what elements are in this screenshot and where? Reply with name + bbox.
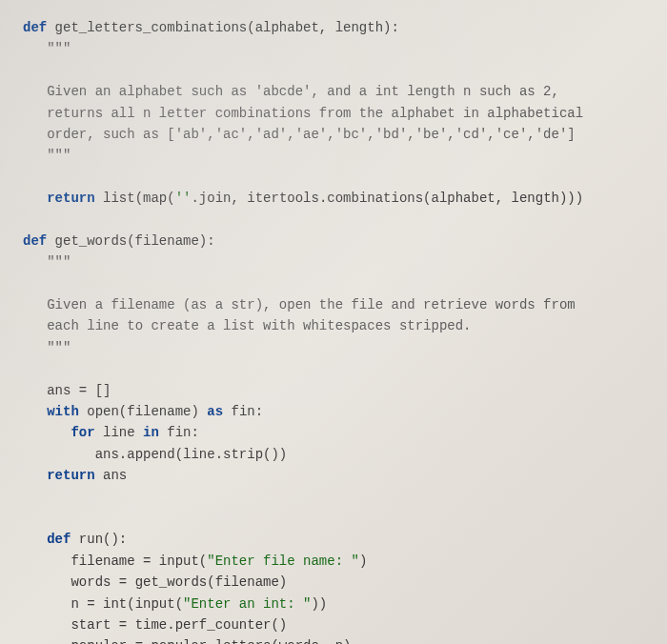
- code-block: def get_letters_combinations(alphabet, l…: [23, 17, 644, 644]
- code-token: '': [175, 191, 192, 206]
- code-line: filename = input("Enter file name: "): [23, 551, 644, 572]
- code-line: order, such as ['ab','ac','ad','ae','bc'…: [23, 124, 644, 145]
- code-line: """: [23, 252, 644, 272]
- code-token: filename = input(: [71, 553, 207, 569]
- code-token: as: [207, 404, 231, 419]
- code-line: ans = []: [23, 380, 644, 401]
- code-token: fin:: [231, 404, 263, 419]
- code-line: def run():: [23, 529, 644, 550]
- code-token: run():: [79, 532, 127, 547]
- code-line: [23, 210, 644, 231]
- code-line: Given a filename (as a str), open the fi…: [23, 294, 644, 315]
- code-line: """: [23, 337, 644, 358]
- code-token: get_letters_combinations(alphabet, lengt…: [55, 20, 399, 35]
- code-token: in: [143, 425, 167, 440]
- code-line: """: [23, 145, 644, 166]
- code-token: fin:: [167, 425, 199, 440]
- code-token: """: [47, 148, 71, 163]
- code-token: line: [103, 425, 143, 440]
- code-token: return: [47, 191, 103, 206]
- code-line: """: [23, 38, 644, 59]
- code-token: def: [23, 20, 55, 35]
- code-token: """: [47, 41, 71, 56]
- code-line: with open(filename) as fin:: [23, 401, 644, 422]
- code-token: each line to create a list with whitespa…: [47, 318, 471, 333]
- code-line: def get_words(filename):: [23, 231, 644, 252]
- code-token: ): [359, 553, 367, 569]
- code-line: n = int(input("Enter an int: ")): [23, 594, 644, 614]
- code-line: each line to create a list with whitespa…: [23, 315, 644, 336]
- code-line: for line in fin:: [23, 422, 644, 443]
- code-token: def: [23, 233, 55, 249]
- code-token: returns all n letter combinations from t…: [47, 106, 583, 121]
- code-line: [23, 60, 644, 81]
- code-token: words = get_words(filename): [71, 574, 287, 590]
- code-line: [23, 508, 644, 529]
- code-token: )): [311, 596, 327, 612]
- code-token: Given a filename (as a str), open the fi…: [47, 297, 576, 312]
- code-token: order, such as ['ab','ac','ad','ae','bc'…: [47, 127, 576, 142]
- code-token: return: [47, 468, 103, 483]
- code-line: [23, 273, 644, 294]
- code-token: n = int(input(: [71, 596, 183, 612]
- code-line: [23, 167, 644, 188]
- code-line: def get_letters_combinations(alphabet, l…: [23, 17, 644, 38]
- code-line: [23, 487, 644, 508]
- code-token: ans: [103, 468, 127, 483]
- code-token: open(filename): [87, 404, 207, 419]
- code-token: start = time.perf_counter(): [71, 617, 287, 633]
- code-token: get_words(filename):: [55, 233, 215, 249]
- code-line: popular = popular_letters(words, n): [23, 635, 644, 644]
- code-token: with: [47, 404, 87, 419]
- code-line: words = get_words(filename): [23, 572, 644, 593]
- code-token: list(map(: [103, 191, 175, 206]
- code-token: """: [47, 254, 71, 270]
- code-token: popular = popular_letters(words, n): [71, 638, 351, 644]
- code-token: ans.append(line.strip()): [95, 447, 288, 462]
- code-token: """: [47, 340, 71, 355]
- code-line: ans.append(line.strip()): [23, 444, 644, 465]
- code-line: return ans: [23, 465, 644, 486]
- code-token: Given an alphabet such as 'abcde', and a…: [47, 84, 559, 99]
- code-token: "Enter file name: ": [207, 553, 359, 569]
- code-line: returns all n letter combinations from t…: [23, 103, 644, 124]
- code-line: return list(map(''.join, itertools.combi…: [23, 188, 644, 209]
- code-token: for: [71, 425, 103, 440]
- code-token: def: [47, 532, 79, 547]
- code-line: [23, 358, 644, 379]
- code-line: start = time.perf_counter(): [23, 614, 644, 635]
- code-line: Given an alphabet such as 'abcde', and a…: [23, 81, 644, 102]
- code-token: "Enter an int: ": [183, 596, 311, 612]
- code-token: .join, itertools.combinations(alphabet, …: [191, 191, 583, 206]
- code-token: ans = []: [47, 383, 111, 398]
